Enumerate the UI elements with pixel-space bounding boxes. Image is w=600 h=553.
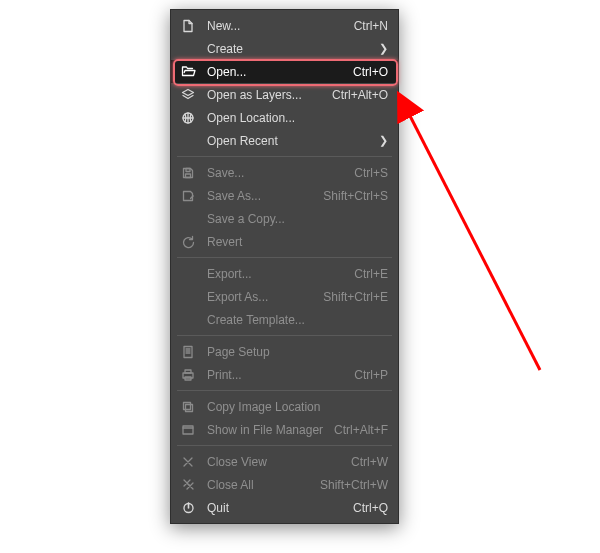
menu-separator bbox=[177, 390, 392, 391]
svg-rect-9 bbox=[183, 426, 193, 434]
menu-item-label: Print... bbox=[207, 368, 354, 382]
chevron-right-icon: ❯ bbox=[378, 135, 388, 146]
svg-line-12 bbox=[408, 112, 540, 370]
menu-item-export-as: Export As...Shift+Ctrl+E bbox=[171, 285, 398, 308]
file-menu[interactable]: New...Ctrl+NCreate❯Open...Ctrl+OOpen as … bbox=[170, 9, 399, 524]
icon-placeholder bbox=[179, 289, 197, 305]
menu-item-label: Export... bbox=[207, 267, 354, 281]
icon-placeholder bbox=[179, 41, 197, 57]
menu-item-label: Quit bbox=[207, 501, 353, 515]
menu-item-open[interactable]: Open...Ctrl+O bbox=[171, 60, 398, 83]
menu-item-shortcut: Shift+Ctrl+W bbox=[320, 478, 388, 492]
menu-item-shortcut: Shift+Ctrl+E bbox=[323, 290, 388, 304]
menu-item-open-location[interactable]: Open Location... bbox=[171, 106, 398, 129]
menu-separator bbox=[177, 156, 392, 157]
svg-rect-3 bbox=[184, 346, 192, 357]
chevron-right-icon: ❯ bbox=[378, 43, 388, 54]
svg-rect-2 bbox=[186, 168, 190, 171]
icon-placeholder bbox=[179, 312, 197, 328]
menu-item-shortcut: Shift+Ctrl+S bbox=[323, 189, 388, 203]
menu-item-export: Export...Ctrl+E bbox=[171, 262, 398, 285]
menu-item-label: Page Setup bbox=[207, 345, 388, 359]
menu-item-shortcut: Ctrl+Alt+O bbox=[332, 88, 388, 102]
menu-item-save-copy: Save a Copy... bbox=[171, 207, 398, 230]
svg-rect-5 bbox=[185, 370, 191, 373]
revert-icon bbox=[179, 234, 197, 250]
svg-rect-1 bbox=[186, 174, 191, 178]
menu-item-label: Export As... bbox=[207, 290, 323, 304]
menu-item-create-template: Create Template... bbox=[171, 308, 398, 331]
menu-item-label: New... bbox=[207, 19, 354, 33]
menu-item-shortcut: Ctrl+P bbox=[354, 368, 388, 382]
menu-item-shortcut: Ctrl+W bbox=[351, 455, 388, 469]
icon-placeholder bbox=[179, 211, 197, 227]
menu-item-show-file-mgr: Show in File ManagerCtrl+Alt+F bbox=[171, 418, 398, 441]
menu-item-label: Revert bbox=[207, 235, 388, 249]
menu-item-create[interactable]: Create❯ bbox=[171, 37, 398, 60]
menu-separator bbox=[177, 445, 392, 446]
save-icon bbox=[179, 165, 197, 181]
globe-icon bbox=[179, 110, 197, 126]
menu-item-quit[interactable]: QuitCtrl+Q bbox=[171, 496, 398, 519]
menu-item-label: Create Template... bbox=[207, 313, 388, 327]
menu-item-open-layers[interactable]: Open as Layers...Ctrl+Alt+O bbox=[171, 83, 398, 106]
menu-item-revert: Revert bbox=[171, 230, 398, 253]
menu-item-shortcut: Ctrl+S bbox=[354, 166, 388, 180]
file-manager-icon bbox=[179, 422, 197, 438]
svg-rect-7 bbox=[184, 402, 191, 409]
menu-item-label: Create bbox=[207, 42, 372, 56]
menu-item-label: Save... bbox=[207, 166, 354, 180]
menu-item-label: Open Recent bbox=[207, 134, 372, 148]
svg-rect-8 bbox=[186, 404, 193, 411]
menu-item-label: Close All bbox=[207, 478, 320, 492]
quit-icon bbox=[179, 500, 197, 516]
menu-item-label: Close View bbox=[207, 455, 351, 469]
menu-item-shortcut: Ctrl+O bbox=[353, 65, 388, 79]
menu-item-new[interactable]: New...Ctrl+N bbox=[171, 14, 398, 37]
menu-item-open-recent[interactable]: Open Recent❯ bbox=[171, 129, 398, 152]
copy-location-icon bbox=[179, 399, 197, 415]
icon-placeholder bbox=[179, 266, 197, 282]
menu-item-label: Open Location... bbox=[207, 111, 388, 125]
menu-item-label: Copy Image Location bbox=[207, 400, 388, 414]
menu-item-shortcut: Ctrl+E bbox=[354, 267, 388, 281]
menu-separator bbox=[177, 335, 392, 336]
menu-item-label: Open... bbox=[207, 65, 353, 79]
menu-item-label: Save a Copy... bbox=[207, 212, 388, 226]
menu-item-page-setup: Page Setup bbox=[171, 340, 398, 363]
menu-item-close-view: Close ViewCtrl+W bbox=[171, 450, 398, 473]
layers-icon bbox=[179, 87, 197, 103]
print-icon bbox=[179, 367, 197, 383]
menu-item-close-all: Close AllShift+Ctrl+W bbox=[171, 473, 398, 496]
menu-item-print: Print...Ctrl+P bbox=[171, 363, 398, 386]
page-setup-icon bbox=[179, 344, 197, 360]
menu-item-save-as: Save As...Shift+Ctrl+S bbox=[171, 184, 398, 207]
close-icon bbox=[179, 454, 197, 470]
icon-placeholder bbox=[179, 133, 197, 149]
file-new-icon bbox=[179, 18, 197, 34]
menu-item-label: Open as Layers... bbox=[207, 88, 332, 102]
menu-item-shortcut: Ctrl+Alt+F bbox=[334, 423, 388, 437]
folder-open-icon bbox=[179, 64, 197, 80]
menu-item-label: Save As... bbox=[207, 189, 323, 203]
menu-item-shortcut: Ctrl+Q bbox=[353, 501, 388, 515]
save-as-icon bbox=[179, 188, 197, 204]
menu-item-label: Show in File Manager bbox=[207, 423, 334, 437]
menu-item-save: Save...Ctrl+S bbox=[171, 161, 398, 184]
menu-item-copy-location: Copy Image Location bbox=[171, 395, 398, 418]
close-all-icon bbox=[179, 477, 197, 493]
menu-separator bbox=[177, 257, 392, 258]
menu-item-shortcut: Ctrl+N bbox=[354, 19, 388, 33]
